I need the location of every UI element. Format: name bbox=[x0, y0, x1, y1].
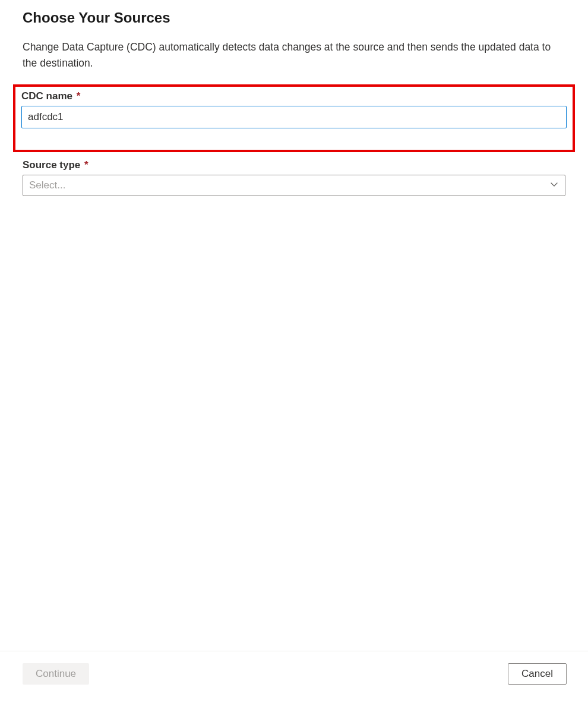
source-type-label-text: Source type bbox=[23, 159, 80, 171]
cdc-name-label-text: CDC name bbox=[21, 90, 72, 102]
form-panel: Choose Your Sources Change Data Capture … bbox=[0, 0, 588, 196]
cdc-name-input[interactable] bbox=[21, 106, 567, 128]
footer-bar: Continue Cancel bbox=[0, 651, 588, 706]
cdc-name-field-group: CDC name * bbox=[21, 90, 567, 128]
source-type-label: Source type * bbox=[23, 159, 565, 171]
required-marker: * bbox=[84, 159, 88, 171]
source-type-field-group: Source type * Select... bbox=[23, 159, 565, 196]
source-type-select-wrapper: Select... bbox=[23, 175, 565, 196]
cancel-button[interactable]: Cancel bbox=[508, 663, 567, 685]
page-description: Change Data Capture (CDC) automatically … bbox=[23, 39, 565, 71]
required-marker: * bbox=[77, 90, 81, 102]
source-type-select[interactable]: Select... bbox=[23, 175, 565, 196]
cdc-name-label: CDC name * bbox=[21, 90, 567, 102]
source-type-placeholder: Select... bbox=[29, 179, 65, 191]
page-title: Choose Your Sources bbox=[23, 10, 565, 26]
cdc-name-highlight-box: CDC name * bbox=[13, 84, 575, 152]
continue-button[interactable]: Continue bbox=[23, 663, 89, 685]
